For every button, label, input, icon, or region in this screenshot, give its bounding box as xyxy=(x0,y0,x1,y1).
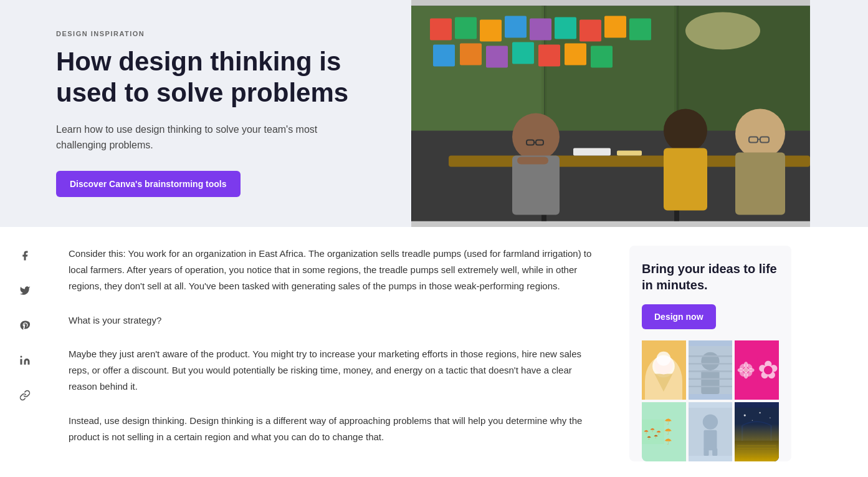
article-paragraph-2: What is your strategy? xyxy=(69,312,592,329)
svg-point-25 xyxy=(685,12,760,49)
grid-image-2 xyxy=(689,340,733,400)
hero-label: DESIGN INSPIRATION xyxy=(56,30,374,37)
svg-point-79 xyxy=(744,414,746,416)
svg-rect-77 xyxy=(712,448,717,456)
svg-rect-76 xyxy=(703,448,708,456)
svg-point-80 xyxy=(760,412,761,413)
svg-rect-86 xyxy=(735,444,779,456)
svg-rect-9 xyxy=(430,18,452,40)
grid-image-5 xyxy=(689,402,733,461)
svg-rect-13 xyxy=(530,18,551,40)
svg-point-27 xyxy=(512,113,560,160)
twitter-icon[interactable] xyxy=(15,281,35,301)
linkedin-icon[interactable] xyxy=(15,350,35,370)
svg-rect-78 xyxy=(735,408,779,456)
svg-text:☂: ☂ xyxy=(644,429,649,435)
design-image-grid: ☂ ☂ ☂ ☂ ☂ xyxy=(642,340,779,461)
svg-point-42 xyxy=(21,355,22,357)
svg-rect-10 xyxy=(455,17,477,39)
facebook-icon[interactable] xyxy=(15,246,35,266)
svg-point-44 xyxy=(652,355,675,378)
sidebar-cta-box: Bring your ideas to life in minutes. Des… xyxy=(629,246,791,461)
svg-point-82 xyxy=(752,420,753,421)
svg-rect-14 xyxy=(555,17,576,39)
link-icon[interactable] xyxy=(15,385,35,405)
svg-rect-18 xyxy=(433,44,455,66)
hero-content: DESIGN INSPIRATION How design thinking i… xyxy=(0,0,411,227)
grid-image-3 xyxy=(735,340,779,400)
svg-rect-41 xyxy=(617,150,642,155)
svg-point-47 xyxy=(657,352,671,366)
svg-rect-24 xyxy=(591,46,613,67)
svg-rect-28 xyxy=(512,155,560,214)
svg-rect-19 xyxy=(460,43,482,65)
svg-rect-12 xyxy=(505,16,527,37)
sidebar-cta-title: Bring your ideas to life in minutes. xyxy=(642,261,779,293)
svg-point-74 xyxy=(702,414,717,429)
svg-rect-50 xyxy=(701,370,719,394)
svg-rect-34 xyxy=(664,148,707,210)
svg-rect-15 xyxy=(579,19,601,41)
svg-rect-36 xyxy=(735,152,785,214)
content-section: Consider this: You work for an organizat… xyxy=(0,227,868,477)
svg-rect-23 xyxy=(565,43,586,65)
article-paragraph-1: Consider this: You work for an organizat… xyxy=(69,246,592,295)
svg-point-35 xyxy=(735,108,785,158)
svg-point-81 xyxy=(770,417,771,418)
hero-image xyxy=(411,0,810,227)
svg-text:☂: ☂ xyxy=(650,427,655,433)
svg-rect-40 xyxy=(573,148,611,155)
hero-section: DESIGN INSPIRATION How design thinking i… xyxy=(0,0,868,227)
grid-image-1 xyxy=(642,340,686,400)
svg-rect-75 xyxy=(703,430,717,450)
discover-brainstorming-button[interactable]: Discover Canva's brainstorming tools xyxy=(56,171,241,197)
svg-point-33 xyxy=(664,108,707,152)
svg-point-49 xyxy=(701,352,719,370)
svg-text:☂: ☂ xyxy=(647,435,651,441)
svg-rect-21 xyxy=(512,42,534,64)
svg-rect-17 xyxy=(629,18,651,40)
svg-marker-45 xyxy=(654,374,672,392)
svg-text:☂: ☂ xyxy=(654,434,658,440)
social-sidebar xyxy=(0,227,50,477)
article-paragraph-4: Instead, use design thinking. Design thi… xyxy=(69,413,592,446)
grid-image-6 xyxy=(735,402,779,461)
svg-point-66 xyxy=(744,368,748,372)
svg-rect-11 xyxy=(480,19,502,41)
svg-rect-22 xyxy=(538,44,560,66)
svg-rect-83 xyxy=(735,441,779,456)
hero-illustration xyxy=(411,0,810,227)
svg-point-46 xyxy=(654,356,672,374)
right-sidebar: Bring your ideas to life in minutes. Des… xyxy=(623,227,804,477)
svg-rect-32 xyxy=(517,157,548,164)
hero-description: Learn how to use design thinking to solv… xyxy=(56,122,343,153)
grid-image-4: ☂ ☂ ☂ ☂ ☂ xyxy=(642,402,686,461)
article-content: Consider this: You work for an organizat… xyxy=(50,227,623,477)
hero-title: How design thinking is used to solve pro… xyxy=(56,46,374,109)
svg-rect-16 xyxy=(604,16,626,37)
svg-rect-20 xyxy=(486,46,508,67)
article-paragraph-3: Maybe they just aren't aware of the prod… xyxy=(69,346,592,395)
design-now-button[interactable]: Design now xyxy=(642,304,716,329)
pinterest-icon[interactable] xyxy=(15,316,35,335)
